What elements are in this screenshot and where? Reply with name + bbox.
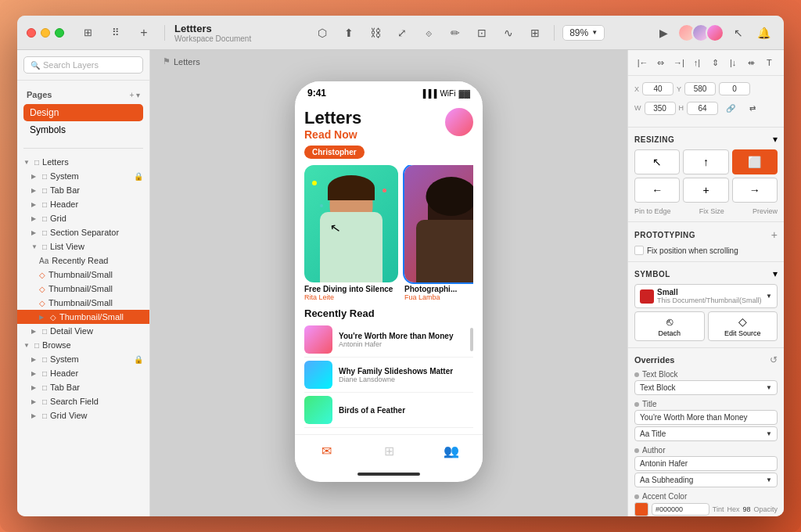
distribute-v-icon[interactable]: T	[761, 53, 778, 72]
edit-source-button[interactable]: ◇ Edit Source	[708, 311, 778, 341]
y-label: Y	[677, 85, 681, 93]
tree-item-header[interactable]: ▶ □ Header	[17, 197, 149, 211]
x-input[interactable]: 40	[642, 82, 673, 95]
title-override-input[interactable]: You're Worth More than Money	[634, 410, 778, 425]
component-icon[interactable]: ⬡	[311, 22, 333, 44]
nav-people-icon[interactable]: 👥	[442, 441, 461, 460]
flip-icon[interactable]: ⇄	[743, 99, 762, 117]
resize-icon[interactable]: ⤢	[391, 22, 413, 44]
h-input[interactable]: 64	[687, 102, 718, 115]
align-bottom-icon[interactable]: |↓	[725, 53, 742, 72]
read-item-3[interactable]: Birds of a Feather	[304, 393, 473, 428]
tree-item-thumb-4-active[interactable]: ▶ ◇ Thumbnail/Small	[17, 310, 149, 324]
tree-item-system[interactable]: ▶ □ System 🔒	[17, 169, 149, 183]
tree-item-header-2[interactable]: ▶ □ Header	[17, 366, 149, 380]
align-center-v-icon[interactable]: ⇕	[707, 53, 724, 72]
y2-input[interactable]: 0	[719, 82, 750, 95]
tree-item-thumb-2[interactable]: ◇ Thumbnail/Small	[17, 282, 149, 296]
preview-label: Preview	[753, 207, 778, 215]
nav-mail-icon[interactable]: ✉	[317, 441, 336, 460]
accent-color-swatch[interactable]	[634, 502, 648, 516]
maximize-button[interactable]	[55, 28, 64, 38]
tree-item-grid-view[interactable]: ▶ □ Grid View	[17, 408, 149, 422]
app-subtitle: Workspace Document	[174, 34, 251, 43]
read-thumb-3	[304, 396, 332, 424]
page-symbols[interactable]: Symbols	[23, 121, 143, 138]
card1-title: Free Diving into Silence	[304, 285, 398, 293]
featured-card-2[interactable]	[404, 165, 473, 282]
y-input[interactable]: 580	[684, 82, 716, 95]
tree-item-section-sep[interactable]: ▶ □ Section Separator	[17, 225, 149, 239]
tree-item-thumb-1[interactable]: ◇ Thumbnail/Small	[17, 268, 149, 282]
accent-hex-input[interactable]: #000000	[652, 503, 709, 516]
symbol-dropdown[interactable]: Small This Document/Thumbnail(Small) ▼	[634, 284, 778, 308]
zoom-control[interactable]: 89% ▼	[562, 25, 605, 41]
read-item-2[interactable]: Why Family Slideshows Matter Diane Lansd…	[304, 358, 473, 393]
tree-item-search-field[interactable]: ▶ □ Search Field	[17, 394, 149, 408]
app-name: Letters	[304, 108, 361, 128]
resizing-chevron[interactable]: ▾	[773, 134, 778, 145]
inspect-icon[interactable]: ⟐	[418, 22, 440, 44]
w-input[interactable]: 350	[645, 102, 676, 115]
align-right-icon[interactable]: →|	[670, 53, 687, 72]
resize-ml[interactable]: ←	[634, 178, 680, 203]
align-left-icon[interactable]: |←	[634, 53, 651, 72]
distribute-h-icon[interactable]: ⇺	[743, 53, 760, 72]
add-prototype-button[interactable]: +	[771, 228, 778, 241]
overrides-section: Overrides ↺ Text Block Text Block ▼	[628, 348, 784, 516]
author-style-dropdown[interactable]: Aa Subheading ▼	[634, 473, 778, 487]
resize-tr[interactable]: ⬜	[732, 149, 778, 174]
author-override-input[interactable]: Antonin Hafer	[634, 456, 778, 471]
tree-item-thumb-3[interactable]: ◇ Thumbnail/Small	[17, 296, 149, 310]
tree-item-letters[interactable]: ▼ □ Letters	[17, 155, 149, 169]
read-item-1[interactable]: You're Worth More than Money Antonin Haf…	[304, 322, 473, 358]
link-icon[interactable]: ⛓	[365, 22, 386, 44]
tree-item-recently-read[interactable]: Aa Recently Read	[17, 253, 149, 268]
close-button[interactable]	[27, 28, 36, 38]
symbol-header: SYMBOL ▾	[634, 268, 778, 279]
lock-ratio-icon[interactable]: 🔗	[721, 99, 740, 117]
text-block-dropdown[interactable]: Text Block ▼	[634, 380, 778, 395]
title-style-dropdown[interactable]: Aa Title ▼	[634, 426, 778, 441]
tree-item-detail-view[interactable]: ▶ □ Detail View	[17, 324, 149, 338]
canvas-area[interactable]: ⚑ Letters ↖ 9:41 ▐▐▐ WiFi ▓▓	[150, 50, 627, 516]
tree-item-grid[interactable]: ▶ □ Grid	[17, 211, 149, 225]
tree-item-tabbar[interactable]: ▶ □ Tab Bar	[17, 183, 149, 197]
align-top-icon[interactable]: ↑|	[688, 53, 705, 72]
grid-view-icon[interactable]: ⠿	[105, 22, 127, 44]
page-design[interactable]: Design	[23, 104, 143, 121]
card2-image	[404, 165, 473, 282]
align-icon[interactable]: ⊞	[524, 22, 546, 44]
tree-item-tabbar-2[interactable]: ▶ □ Tab Bar	[17, 380, 149, 394]
upload-icon[interactable]: ⬆	[338, 22, 360, 44]
featured-card-1[interactable]	[304, 165, 398, 282]
add-button[interactable]: +	[133, 22, 155, 44]
breadcrumb-icon: ⚑	[163, 56, 171, 66]
play-button[interactable]: ▶	[652, 22, 674, 44]
pencil-icon[interactable]: ✏	[444, 22, 466, 44]
nav-grid-icon[interactable]: ⊞	[379, 441, 398, 460]
detach-button[interactable]: ⎋ Detach	[634, 311, 705, 341]
view-toggle-icon[interactable]: ⊞	[77, 22, 99, 44]
tree-item-system-2[interactable]: ▶ □ System 🔒	[17, 352, 149, 366]
align-center-h-icon[interactable]: ⇔	[652, 53, 669, 72]
overrides-reset-icon[interactable]: ↺	[770, 354, 778, 365]
fix-scroll-checkbox[interactable]	[634, 246, 644, 255]
chevron-right-icon: ▶	[31, 384, 39, 391]
add-page-button[interactable]: + ▾	[129, 91, 140, 99]
right-panel: |← ⇔ →| ↑| ⇕ |↓ ⇺ T X 40 Y 580 0 W	[627, 50, 784, 516]
resize-mc[interactable]: +	[683, 178, 728, 203]
resize-tl[interactable]: ↖	[634, 149, 680, 174]
tree-item-browse[interactable]: ▼ □ Browse	[17, 338, 149, 352]
vector-icon[interactable]: ∿	[497, 22, 519, 44]
chevron-right-icon: ▶	[31, 370, 39, 377]
folder-icon: □	[42, 383, 47, 392]
resize-tc[interactable]: ↑	[683, 149, 728, 174]
symbol-chevron[interactable]: ▾	[773, 268, 778, 279]
resize-mr[interactable]: →	[732, 178, 778, 203]
minimize-button[interactable]	[41, 28, 50, 38]
notification-icon[interactable]: 🔔	[753, 22, 774, 44]
tree-item-list-view[interactable]: ▼ □ List View	[17, 239, 149, 253]
search-input[interactable]: 🔍 Search Layers	[23, 56, 143, 74]
crop-icon[interactable]: ⊡	[471, 22, 493, 44]
